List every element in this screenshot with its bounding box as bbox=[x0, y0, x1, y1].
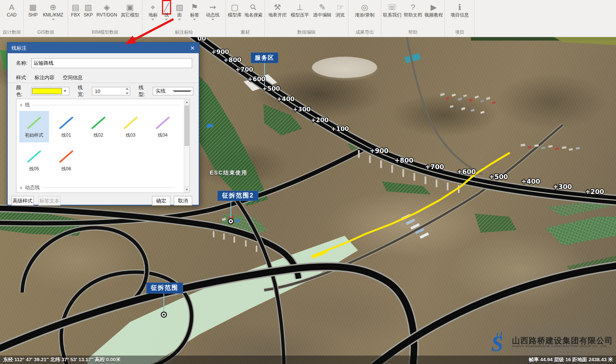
toolbar-button-browse-hand[interactable]: ☞浏览 bbox=[335, 2, 345, 22]
line-style-swatch bbox=[26, 115, 42, 131]
line-width-spinner[interactable]: 10 bbox=[92, 87, 130, 95]
chevron-down-icon bbox=[165, 19, 168, 22]
line-style-option[interactable]: 线03 bbox=[116, 111, 145, 142]
company-name-en: SHANXI ROAD&BRIDGE CONSTRUCTION GROUP CO… bbox=[512, 345, 613, 348]
toolbar-button-line-tool[interactable]: ╱线 bbox=[163, 2, 170, 22]
toolbar-group-label: GIS数据 bbox=[24, 29, 68, 36]
toolbar-button-roam-record-camera[interactable]: ◎漫游/录制 bbox=[354, 2, 375, 22]
toolbar-button-label: 地名搜索 bbox=[244, 12, 263, 18]
tab-annotation-content[interactable]: 标注内容 bbox=[34, 74, 54, 81]
toolbar-button-label: 地标 bbox=[148, 12, 157, 18]
chevron-down-icon bbox=[211, 19, 214, 22]
spinner-up-icon[interactable] bbox=[126, 88, 129, 90]
map-annotation-label[interactable]: 征拆范围2 bbox=[217, 191, 258, 201]
cancel-button[interactable]: 取消 bbox=[174, 196, 192, 206]
line-group-header[interactable]: ∧ 线 bbox=[16, 99, 190, 109]
line-type-dropdown[interactable]: 实线 bbox=[153, 87, 193, 95]
shp-map-icon: ▦ bbox=[29, 2, 37, 12]
color-swatch bbox=[32, 88, 62, 94]
line-style-name: 线04 bbox=[158, 132, 167, 139]
tab-divider bbox=[8, 83, 199, 83]
toolbar-button-placemark-pin[interactable]: ⌖地标 bbox=[147, 2, 158, 22]
scroll-up-icon[interactable]: ▲ bbox=[184, 99, 190, 105]
toolbar-button-label: 浏览 bbox=[335, 12, 345, 18]
toolbar-button-help-doc[interactable]: ?帮助文档 bbox=[403, 2, 423, 22]
toolbar-button-label: 项目信息 bbox=[451, 12, 469, 18]
status-camera-info: 帧率 44.94 层级 16 距地面 2438.43 米 bbox=[529, 356, 613, 363]
toolbar-button-label: 视频教程 bbox=[425, 12, 443, 18]
toolbar-button-polygon-tool[interactable]: ▨面 bbox=[175, 2, 184, 22]
line-style-option[interactable]: 线04 bbox=[148, 111, 178, 142]
status-bar: 东经 112° 47′ 39.21″ 北纬 37° 53′ 13.17″ 高程 … bbox=[0, 356, 616, 364]
advanced-style-button[interactable]: 高级样式 bbox=[11, 196, 34, 206]
toolbar-group: ☏联系我们?帮助文档▶视频教程帮助 bbox=[381, 0, 445, 37]
line-width-value: 10 bbox=[95, 88, 100, 94]
map-annotation-label[interactable]: 征拆范围 bbox=[146, 282, 183, 294]
chevron-down-icon bbox=[151, 19, 154, 22]
tab-style[interactable]: 样式 bbox=[16, 74, 26, 81]
annotation-name-input[interactable] bbox=[31, 58, 192, 68]
toolbar-button-other-model[interactable]: ▣其它模型 bbox=[120, 2, 140, 22]
toolbar-button-label: 模型压平 bbox=[291, 12, 309, 18]
toolbar-button-label: 线 bbox=[164, 12, 169, 18]
scroll-down-icon[interactable]: ▼ bbox=[184, 186, 190, 193]
toolbar-button-project-info[interactable]: ℹ项目信息 bbox=[450, 2, 470, 22]
toolbar-button-terrain-dig[interactable]: ⚒地表开挖 bbox=[268, 2, 288, 22]
dialog-titlebar[interactable]: 线标注 ✕ bbox=[8, 43, 199, 53]
line-style-option[interactable]: 线05 bbox=[19, 145, 49, 176]
toolbar-button-label: 帮助文档 bbox=[404, 12, 422, 18]
toolbar-button-cad-file[interactable]: ACAD bbox=[6, 2, 17, 22]
spinner-down-icon[interactable] bbox=[126, 93, 129, 94]
line-style-name: 线05 bbox=[29, 166, 39, 172]
dynamic-line-group-header[interactable]: ∧ 动态线 bbox=[16, 182, 183, 192]
scrollbar-thumb[interactable] bbox=[185, 106, 189, 146]
skp-file-icon: ▧ bbox=[85, 2, 92, 12]
toolbar-group: ▢模型库⚲地名搜索素材 bbox=[226, 0, 265, 37]
line-style-option[interactable]: 初始样式 bbox=[19, 111, 49, 142]
toolbar-button-place-search[interactable]: ⚲地名搜索 bbox=[243, 2, 263, 22]
polygon-tool-icon: ▨ bbox=[176, 2, 183, 12]
toolbar-button-label: 动态线 bbox=[206, 12, 220, 18]
toolbar-button-shp-map[interactable]: ▦SHP bbox=[28, 2, 39, 22]
toolbar-button-fbx-file[interactable]: ▤FBX bbox=[70, 2, 81, 22]
toolbar-button-label: 其它模型 bbox=[121, 12, 139, 18]
label-text-button[interactable]: 标签文本 bbox=[38, 196, 60, 206]
toolbar-button-label: 联系我们 bbox=[383, 12, 401, 18]
line-style-name: 初始样式 bbox=[25, 132, 43, 139]
toolbar-button-model-library[interactable]: ▢模型库 bbox=[227, 2, 242, 22]
toolbar-button-skp-file[interactable]: ▧SKP bbox=[83, 2, 93, 22]
line-style-list: ∧ 线 初始样式线01线02线03线04线05线06 ∧ 动态线 ▲ ▼ bbox=[16, 99, 190, 193]
toolbar-group: ▦SHP⊕KML/KMZGIS数据 bbox=[24, 0, 68, 37]
company-logo-icon: S bbox=[490, 331, 510, 353]
line-style-name: 线01 bbox=[61, 132, 71, 139]
line-style-option[interactable]: 线02 bbox=[83, 111, 113, 142]
style-list-scrollbar[interactable]: ▲ ▼ bbox=[184, 99, 190, 193]
line-style-option[interactable]: 线01 bbox=[51, 111, 81, 142]
toolbar-group-label: 设计数据 bbox=[0, 29, 23, 36]
name-label: 名称: bbox=[16, 60, 28, 67]
toolbar-button-select-edit-pencil[interactable]: ✎选中编辑 bbox=[312, 2, 332, 22]
toolbar-group: ℹ项目信息项目 bbox=[445, 0, 475, 37]
toolbar-button-contact-chat[interactable]: ☏联系我们 bbox=[382, 2, 402, 22]
line-style-name: 线02 bbox=[93, 132, 103, 139]
dynamic-line-icon: ⇝ bbox=[209, 2, 216, 12]
ok-button[interactable]: 确定 bbox=[152, 196, 170, 206]
toolbar-button-dynamic-line[interactable]: ⇝动态线 bbox=[205, 2, 221, 22]
toolbar-button-video-tutorial[interactable]: ▶视频教程 bbox=[424, 2, 444, 22]
toolbar-button-label-tag[interactable]: ⚑标签 bbox=[189, 2, 200, 22]
toolbar-button-rvt-dgn-tiles[interactable]: ◈RVT/DGN bbox=[96, 2, 118, 22]
close-icon[interactable]: ✕ bbox=[190, 45, 195, 52]
color-dropdown[interactable] bbox=[31, 87, 69, 95]
toolbar-button-model-flatten[interactable]: ⊥模型压平 bbox=[290, 2, 310, 22]
toolbar-group-label: BIM模型数据 bbox=[68, 29, 142, 36]
browse-hand-icon: ☞ bbox=[337, 2, 344, 12]
toolbar-group-label: 数据编辑 bbox=[265, 29, 348, 36]
tab-spatial-info[interactable]: 空间信息 bbox=[63, 74, 83, 81]
toolbar-group: ▤FBX▧SKP◈RVT/DGN▣其它模型BIM模型数据 bbox=[68, 0, 142, 37]
contact-chat-icon: ☏ bbox=[387, 2, 397, 12]
toolbar-button-globe[interactable]: ⊕KML/KMZ bbox=[42, 2, 64, 22]
map-annotation-label[interactable]: 服务区 bbox=[251, 52, 278, 63]
color-label: 颜色: bbox=[16, 84, 27, 98]
line-style-option[interactable]: 线06 bbox=[51, 145, 81, 176]
globe-icon: ⊕ bbox=[50, 2, 57, 12]
